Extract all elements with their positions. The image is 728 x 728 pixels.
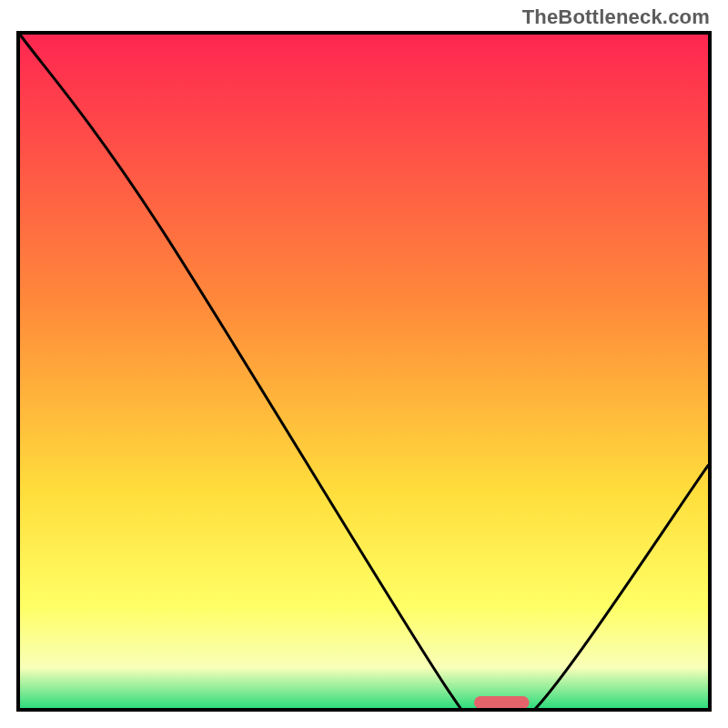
watermark-text: TheBottleneck.com: [522, 5, 710, 29]
chart-frame: [16, 31, 712, 712]
optimum-marker: [474, 696, 530, 709]
chart-svg: [16, 31, 712, 712]
chart-background: [20, 35, 708, 708]
